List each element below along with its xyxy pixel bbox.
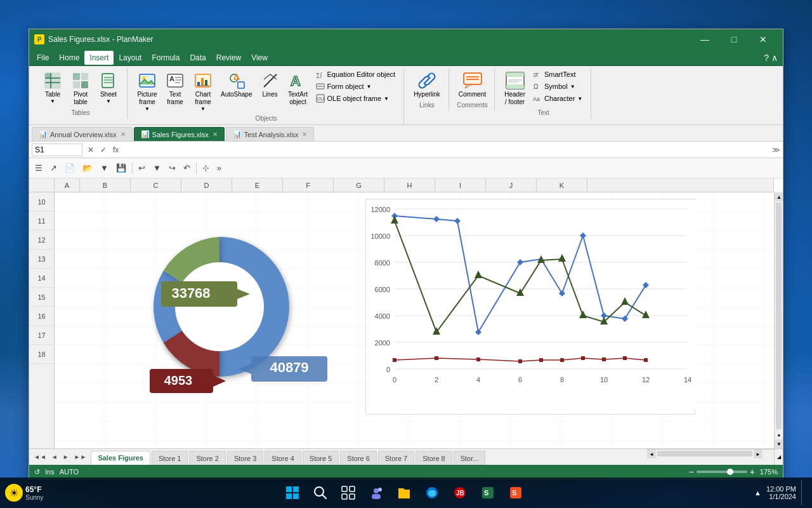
sheet-tab-store7[interactable]: Store 7 (378, 451, 414, 465)
row-15[interactable]: 15 (29, 288, 54, 307)
col-header-e[interactable]: E (232, 178, 283, 192)
chart-frame-button[interactable]: Chartframe ▼ (190, 69, 216, 114)
softmaker-button[interactable]: S (475, 480, 501, 505)
start-button[interactable] (280, 480, 305, 505)
confirm-formula-icon[interactable]: ✓ (98, 144, 109, 156)
formula-expand-icon[interactable]: ≫ (772, 145, 780, 154)
minimize-button[interactable]: — (690, 29, 719, 50)
menu-formula[interactable]: Formula (147, 51, 185, 65)
maximize-button[interactable]: □ (719, 29, 749, 50)
sheet-nav-last[interactable]: ►► (72, 452, 89, 462)
scroll-right-button[interactable]: ► (754, 450, 763, 458)
toolbar-more-button[interactable]: » (214, 161, 225, 175)
toolbar-undo-dropdown[interactable]: ▼ (150, 161, 164, 175)
toolbar-redo-button[interactable]: ↪ (166, 161, 179, 175)
donut-chart[interactable]: 33768 40879 4953 (93, 199, 346, 421)
row-13[interactable]: 13 (29, 250, 54, 269)
sheet-tab-store5[interactable]: Store 5 (303, 451, 339, 465)
col-header-j[interactable]: J (486, 178, 537, 192)
hyperlink-button[interactable]: Hyperlink (410, 69, 443, 100)
teams-button[interactable] (363, 480, 389, 505)
collapse-ribbon-icon[interactable]: ∧ (771, 53, 778, 63)
menu-data[interactable]: Data (185, 51, 211, 65)
toolbar-undo-button[interactable]: ↩ (135, 161, 148, 175)
horizontal-scrollbar[interactable]: ◄ ► (647, 449, 774, 458)
character-button[interactable]: Aa Character ▼ (530, 93, 586, 104)
tab-test[interactable]: 📊 Test Analysis.xlsx ✕ (226, 127, 315, 141)
sheet-nav-prev[interactable]: ◄ (49, 452, 60, 462)
cancel-formula-icon[interactable]: ✕ (85, 144, 96, 156)
task-view-button[interactable] (336, 480, 361, 505)
row-18[interactable]: 18 (29, 345, 54, 364)
header-footer-button[interactable]: Header/ footer (501, 69, 528, 108)
menu-insert[interactable]: Insert (84, 51, 114, 65)
toolbar-align-button[interactable]: ☰ (32, 161, 46, 175)
toolbar-new-button[interactable]: 📄 (62, 161, 78, 175)
store-button[interactable]: S (503, 480, 528, 505)
corner-select[interactable] (29, 178, 55, 192)
zoom-in-button[interactable]: + (750, 467, 755, 477)
cell-reference-input[interactable] (32, 144, 82, 156)
search-button[interactable] (308, 480, 333, 505)
scroll-size-button[interactable]: ● (775, 431, 783, 439)
menu-home[interactable]: Home (54, 51, 84, 65)
toolbar-pointer-button[interactable]: ↗ (47, 161, 60, 175)
row-14[interactable]: 14 (29, 269, 54, 288)
menu-view[interactable]: View (246, 51, 273, 65)
scroll-up-button[interactable]: ▲ (775, 192, 783, 201)
equation-button[interactable]: ∑∫ Equation Editor object (313, 69, 399, 80)
pivot-table-button[interactable]: Pivottable (67, 69, 94, 108)
vertical-scrollbar[interactable]: ▲ ● ▼ (774, 192, 783, 448)
sheet-tab-store6[interactable]: Store 6 (340, 451, 376, 465)
ole-object-button[interactable]: OLE OLE object frame ▼ (313, 93, 399, 104)
form-object-button[interactable]: Form object ▼ (313, 81, 399, 92)
menu-review[interactable]: Review (211, 51, 246, 65)
sheet-tab-store2[interactable]: Store 2 (189, 451, 225, 465)
col-header-g[interactable]: G (334, 178, 384, 192)
row-12[interactable]: 12 (29, 231, 54, 250)
menu-file[interactable]: File (32, 51, 54, 65)
function-icon[interactable]: fx (110, 144, 121, 156)
show-desktop-button[interactable] (801, 480, 807, 505)
weather-widget[interactable]: ☀ 65°F Sunny (5, 484, 43, 502)
refresh-icon[interactable]: ↺ (34, 468, 40, 476)
col-header-h[interactable]: H (384, 178, 435, 192)
symbol-button[interactable]: Ω Symbol ▼ (530, 81, 586, 92)
close-button[interactable]: ✕ (749, 29, 778, 50)
text-frame-button[interactable]: A Textframe (162, 69, 188, 108)
scroll-left-button[interactable]: ◄ (647, 450, 656, 458)
col-header-d[interactable]: D (181, 178, 232, 192)
row-17[interactable]: 17 (29, 326, 54, 345)
col-header-c[interactable]: C (131, 178, 181, 192)
tab-sales[interactable]: 📊 Sales Figures.xlsx ✕ (134, 127, 225, 141)
col-header-a[interactable]: A (55, 178, 80, 192)
col-header-f[interactable]: F (283, 178, 334, 192)
col-header-i[interactable]: I (435, 178, 486, 192)
tab-annual-close[interactable]: ✕ (121, 131, 126, 138)
tray-arrow[interactable]: ▲ (754, 489, 761, 497)
row-11[interactable]: 11 (29, 211, 54, 231)
autoshape-button[interactable]: AutoShape (218, 69, 256, 100)
edge-button[interactable] (419, 480, 445, 505)
grid-area[interactable]: 33768 40879 4953 (55, 192, 774, 448)
resize-handle[interactable]: ◢ (774, 449, 783, 465)
sheet-tab-store8[interactable]: Store 8 (416, 451, 452, 465)
table-button[interactable]: Table ▼ (39, 69, 66, 106)
col-header-b[interactable]: B (80, 178, 131, 192)
toolbar-cursor-button[interactable]: ⊹ (199, 161, 213, 175)
sheet-nav-first[interactable]: ◄◄ (32, 452, 48, 462)
toolbar-save-button[interactable]: 💾 (113, 161, 129, 175)
row-10[interactable]: 10 (29, 192, 54, 211)
zoom-slider[interactable] (697, 471, 747, 473)
toolbar-open-button[interactable]: 📂 (79, 161, 96, 175)
sheet-tab-sales-figures[interactable]: Sales Figures (91, 451, 150, 465)
help-icon[interactable]: ? (764, 53, 769, 63)
scroll-down-button[interactable]: ▼ (775, 439, 783, 448)
zoom-out-button[interactable]: − (688, 467, 693, 477)
smarttext-button[interactable]: ST SmartText (530, 69, 586, 80)
toolbar-open-dropdown[interactable]: ▼ (97, 161, 112, 175)
tab-test-close[interactable]: ✕ (302, 131, 307, 138)
sheet-tab-store4[interactable]: Store 4 (265, 451, 301, 465)
picture-frame-button[interactable]: Pictureframe ▼ (134, 69, 160, 114)
sheet-tab-store-more[interactable]: Stor... (454, 451, 486, 465)
